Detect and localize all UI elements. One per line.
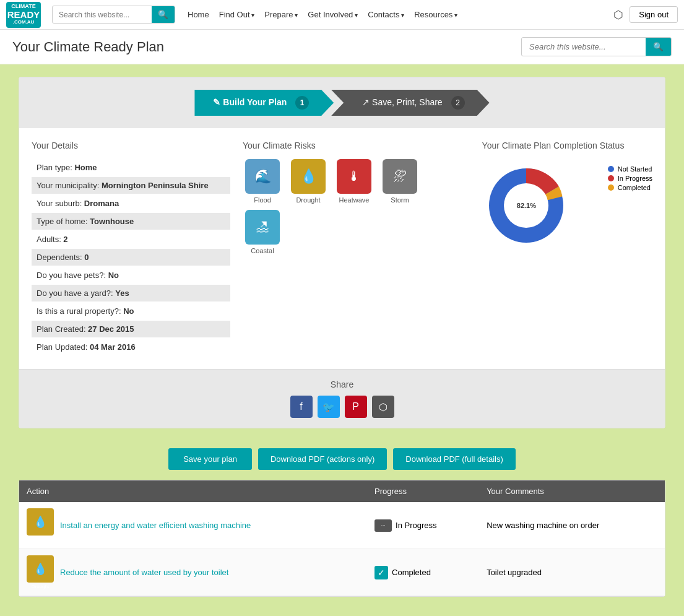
share-heading: Share — [29, 380, 655, 389]
share-section: Share f 🐦 P ⬡ — [19, 369, 665, 428]
completed-dot — [608, 184, 614, 191]
detail-created: Plan Created: 27 Dec 2015 — [32, 321, 230, 337]
logo[interactable]: CLIMATE READY .com.au — [6, 2, 41, 28]
main-content: ✎ Build Your Plan 1 ↗ Save, Print, Share… — [0, 64, 684, 616]
nav-contacts[interactable]: Contacts — [368, 10, 404, 19]
storm-label: Storm — [391, 196, 409, 204]
action-buttons: Save your plan Download PDF (actions onl… — [19, 438, 665, 480]
completion-heading: Your Climate Plan Completion Status — [454, 141, 652, 150]
twitter-share-button[interactable]: 🐦 — [318, 396, 340, 418]
detail-municipality: Your municipality: Mornington Peninsula … — [32, 177, 230, 194]
step-2[interactable]: ↗ Save, Print, Share 2 — [331, 90, 489, 116]
drought-icon-badge-1: 💧 — [27, 508, 54, 536]
detail-pets: Do you have pets?: No — [32, 267, 230, 284]
storm-icon: ⛈ — [383, 159, 417, 194]
in-progress-dot — [608, 175, 614, 181]
action-link-1[interactable]: Install an energy and water efficient wa… — [60, 521, 251, 530]
in-progress-label: In Progress — [618, 175, 652, 182]
completion-col: Your Climate Plan Completion Status — [454, 141, 652, 357]
drought-label: Drought — [296, 196, 320, 204]
header-search-button[interactable]: 🔍 — [646, 38, 671, 56]
step-1-icon: ✎ — [213, 97, 223, 107]
detail-dependents: Dependents: 0 — [32, 249, 230, 266]
flood-icon: 🌊 — [245, 159, 280, 194]
step-2-label: Save, Print, Share — [372, 97, 443, 107]
share-icon[interactable]: ⬡ — [613, 8, 623, 22]
detail-suburb: Your suburb: Dromana — [32, 195, 230, 212]
save-plan-button[interactable]: Save your plan — [168, 448, 252, 470]
actions-table-card: Action Progress Your Comments 💧 Drought … — [19, 480, 665, 597]
pie-center-label: 82.1% — [517, 202, 536, 209]
not-started-label: Not Started — [618, 165, 652, 173]
progress-cell-2: ✓ Completed — [367, 549, 479, 596]
risk-heatwave: 🌡 Heatwave — [334, 159, 374, 204]
nav-resources[interactable]: Resources — [414, 10, 457, 19]
risk-coastal: 🏖 Coastal — [243, 210, 282, 254]
logo-dotcom: .com.au — [13, 20, 35, 25]
sign-out-button[interactable]: Sign out — [630, 6, 678, 23]
comment-cell-2: Toilet upgraded — [479, 549, 665, 596]
legend-in-progress: In Progress — [608, 175, 652, 182]
header-search-input[interactable] — [522, 38, 646, 55]
action-cell-1: 💧 Drought Install an energy and water ef… — [19, 502, 367, 549]
heatwave-label: Heatwave — [339, 196, 370, 204]
action-link-2[interactable]: Reduce the amount of water used by your … — [60, 568, 228, 577]
in-progress-icon: ··· — [374, 519, 392, 532]
actions-table: Action Progress Your Comments 💧 Drought … — [19, 480, 665, 596]
nav-find-out[interactable]: Find Out — [219, 10, 255, 19]
completed-label-cell: Completed — [392, 568, 431, 577]
top-search-input[interactable] — [53, 7, 152, 22]
legend-not-started: Not Started — [608, 165, 652, 173]
coastal-icon: 🏖 — [245, 210, 280, 245]
top-navigation: CLIMATE READY .com.au 🔍 Home Find Out Pr… — [0, 0, 684, 30]
step-1-label: Build Your Plan — [223, 97, 287, 107]
nav-get-involved[interactable]: Get Involved — [308, 10, 358, 19]
detail-updated: Plan Updated: 04 Mar 2016 — [32, 339, 230, 355]
download-full-button[interactable]: Download PDF (full details) — [393, 448, 516, 470]
step-2-icon: ↗ — [362, 97, 372, 107]
top-search-box: 🔍 — [52, 6, 175, 24]
detail-home-type: Type of home: Townhouse — [32, 213, 230, 230]
climate-risks-heading: Your Climate Risks — [243, 141, 441, 150]
flood-label: Flood — [254, 196, 271, 204]
nav-home[interactable]: Home — [188, 10, 209, 19]
your-details-heading: Your Details — [32, 141, 230, 150]
risk-drought: 💧 Drought — [288, 159, 328, 204]
progress-in-progress-label: In Progress — [396, 521, 436, 530]
coastal-label: Coastal — [251, 247, 274, 254]
page-title: Your Climate Ready Plan — [12, 39, 164, 55]
col-comments: Your Comments — [479, 480, 665, 502]
your-details-col: Your Details Plan type: Home Your munici… — [32, 141, 230, 357]
step-1[interactable]: ✎ Build Your Plan 1 — [194, 90, 334, 116]
drought-badge-2: 💧 Drought — [27, 555, 54, 589]
download-actions-button[interactable]: Download PDF (actions only) — [258, 448, 387, 470]
risk-icons: 🌊 Flood 💧 Drought 🌡 Heatwave ⛈ Storm — [243, 159, 441, 254]
col-action: Action — [19, 480, 367, 502]
detail-adults: Adults: 2 — [32, 231, 230, 248]
details-grid: Your Details Plan type: Home Your munici… — [19, 128, 665, 369]
step-2-number: 2 — [451, 96, 465, 110]
pie-legend: Not Started In Progress Completed — [608, 165, 652, 193]
drought-icon: 💧 — [291, 159, 326, 194]
nav-prepare[interactable]: Prepare — [264, 10, 298, 19]
nav-links: Home Find Out Prepare Get Involved Conta… — [188, 10, 607, 19]
detail-plan-type: Plan type: Home — [32, 159, 230, 176]
drought-badge-1: 💧 Drought — [27, 508, 54, 542]
header-strip: Your Climate Ready Plan 🔍 — [0, 30, 684, 64]
pinterest-share-button[interactable]: P — [345, 396, 367, 418]
table-header-row: Action Progress Your Comments — [19, 480, 665, 502]
completed-check-icon: ✓ — [374, 566, 388, 579]
generic-share-button[interactable]: ⬡ — [372, 396, 394, 418]
risk-storm: ⛈ Storm — [380, 159, 420, 204]
progress-completed: ✓ Completed — [374, 566, 472, 579]
drought-icon-badge-2: 💧 — [27, 555, 54, 583]
climate-risks-col: Your Climate Risks 🌊 Flood 💧 Drought 🌡 H… — [243, 141, 441, 357]
progress-cell-1: ··· In Progress — [367, 502, 479, 549]
top-search-button[interactable]: 🔍 — [152, 6, 175, 23]
header-search-box: 🔍 — [521, 37, 672, 56]
col-progress: Progress — [367, 480, 479, 502]
action-cell-2: 💧 Drought Reduce the amount of water use… — [19, 549, 367, 596]
facebook-share-button[interactable]: f — [290, 396, 313, 418]
detail-rural: Is this a rural property?: No — [32, 303, 230, 319]
comment-cell-1: New washing machine on order — [479, 502, 665, 549]
